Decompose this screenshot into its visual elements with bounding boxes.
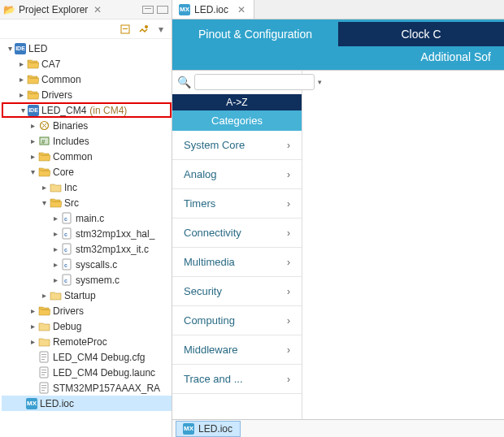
chevron-right-icon: › [287, 227, 290, 239]
tree-node-binaries[interactable]: ▸Binaries [2, 118, 172, 133]
folder-icon [37, 320, 50, 333]
folder-icon [37, 150, 50, 163]
twistie-icon[interactable]: ▾ [18, 106, 28, 115]
tree-root-led[interactable]: ▾IDELED [2, 41, 172, 56]
tree-node-common[interactable]: ▸Common [2, 71, 172, 87]
tree-node-inc[interactable]: ▸Inc [2, 180, 172, 195]
cat-item-connectivity[interactable]: Connectivity› [172, 218, 302, 248]
additional-software-link[interactable]: Additional Sof [421, 50, 504, 68]
tree-node-led-cm4[interactable]: ▾IDELED_CM4(in CM4) [2, 102, 172, 118]
twistie-icon[interactable]: ▸ [16, 75, 26, 84]
cat-item-multimedia[interactable]: Multimedia› [172, 248, 302, 277]
twistie-icon[interactable]: ▸ [50, 214, 60, 223]
project-tree[interactable]: ▾IDELED ▸CA7 ▸Common ▸Drivers ▾IDELED_CM… [0, 39, 172, 437]
tree-node-drivers2[interactable]: ▸Drivers [2, 303, 172, 318]
search-icon[interactable]: 🔍 [177, 76, 191, 89]
tree-node-debug-launch[interactable]: LED_CM4 Debug.launc [2, 365, 172, 380]
cat-item-analog[interactable]: Analog› [172, 160, 302, 189]
tree-node-syscalls-c[interactable]: ▸syscalls.c [2, 257, 172, 272]
c-file-icon [60, 258, 73, 271]
project-context-suffix: (in CM4) [89, 105, 127, 116]
tree-node-src[interactable]: ▾Src [2, 195, 172, 210]
config-body: 🔍 ▾ A->Z Categories System Core› Analog›… [172, 70, 504, 419]
tree-node-debug[interactable]: ▸Debug [2, 318, 172, 334]
chevron-right-icon: › [287, 140, 290, 151]
editor-tab-led-ioc[interactable]: MX LED.ioc ✕ [172, 0, 254, 19]
ide-project-icon: IDE [15, 43, 26, 54]
tree-node-debug-cfg[interactable]: LED_CM4 Debug.cfg [2, 349, 172, 365]
link-editor-icon[interactable] [137, 24, 149, 35]
chevron-right-icon: › [287, 169, 290, 180]
categories-tab[interactable]: Categories [172, 110, 302, 131]
editor-bottom-tabbar: MX LED.ioc [172, 419, 504, 437]
tree-node-core[interactable]: ▾Core [2, 164, 172, 180]
file-icon [37, 382, 50, 395]
chevron-right-icon: › [287, 374, 290, 385]
search-input[interactable] [194, 74, 315, 90]
chevron-right-icon: › [287, 286, 290, 297]
twistie-icon[interactable]: ▸ [28, 306, 37, 315]
c-file-icon [60, 212, 73, 225]
twistie-icon[interactable]: ▸ [39, 291, 49, 300]
twistie-icon[interactable]: ▸ [50, 275, 60, 284]
cat-item-security[interactable]: Security› [172, 277, 302, 306]
pane-title: Project Explorer [18, 4, 89, 15]
folder-icon [26, 73, 39, 86]
cat-item-middleware[interactable]: Middleware› [172, 335, 302, 365]
chevron-right-icon: › [287, 198, 290, 210]
project-explorer-pane: 📂 Project Explorer ✕ ▾ ▾IDELED ▸CA7 ▸Com… [0, 0, 172, 437]
folder-icon [49, 181, 62, 194]
twistie-icon[interactable]: ▸ [50, 260, 60, 269]
sort-az-tab[interactable]: A->Z [172, 94, 302, 110]
tree-node-includes[interactable]: ▸Includes [2, 133, 172, 149]
twistie-icon[interactable]: ▸ [16, 90, 26, 99]
bottom-tab-led-ioc[interactable]: MX LED.ioc [176, 421, 241, 437]
tab-pinout-config[interactable]: Pinout & Configuration [172, 22, 338, 46]
tree-node-common2[interactable]: ▸Common [2, 149, 172, 164]
twistie-icon[interactable]: ▸ [39, 183, 49, 192]
cat-item-timers[interactable]: Timers› [172, 189, 302, 218]
chevron-right-icon: › [287, 344, 290, 356]
view-menu-icon[interactable]: ▾ [155, 24, 167, 35]
twistie-icon[interactable]: ▸ [50, 244, 60, 253]
search-row: 🔍 ▾ [172, 71, 302, 94]
tree-node-sysmem-c[interactable]: ▸sysmem.c [2, 272, 172, 288]
close-view-icon[interactable]: ✕ [92, 4, 103, 15]
close-tab-icon[interactable]: ✕ [236, 4, 247, 15]
tab-clock-config[interactable]: Clock C [338, 22, 504, 46]
category-list: System Core› Analog› Timers› Connectivit… [172, 131, 302, 419]
collapse-all-icon[interactable] [119, 24, 131, 35]
tree-node-led-ioc[interactable]: MXLED.ioc [2, 396, 172, 411]
twistie-icon[interactable]: ▾ [5, 44, 15, 53]
twistie-icon[interactable]: ▸ [28, 322, 37, 331]
tree-node-hal-c[interactable]: ▸stm32mp1xx_hal_ [2, 226, 172, 241]
maximize-icon[interactable] [157, 6, 168, 14]
cat-item-computing[interactable]: Computing› [172, 306, 302, 335]
twistie-icon[interactable]: ▸ [16, 59, 26, 68]
chevron-right-icon: › [287, 257, 290, 268]
c-file-icon [60, 274, 73, 287]
tree-node-rawbin[interactable]: STM32MP157AAAX_RA [2, 380, 172, 396]
folder-icon [26, 89, 39, 102]
twistie-icon[interactable]: ▾ [28, 167, 37, 176]
config-canvas[interactable] [302, 71, 504, 419]
tree-node-startup[interactable]: ▸Startup [2, 288, 172, 303]
editor-area: MX LED.ioc ✕ Pinout & Configuration Cloc… [172, 0, 504, 437]
twistie-icon[interactable]: ▸ [28, 136, 37, 145]
cat-item-system-core[interactable]: System Core› [172, 131, 302, 160]
tree-node-drivers[interactable]: ▸Drivers [2, 87, 172, 102]
tree-node-remoteproc[interactable]: ▸RemoteProc [2, 334, 172, 349]
tree-node-it-c[interactable]: ▸stm32mp1xx_it.c [2, 241, 172, 257]
mx-file-icon: MX [183, 423, 194, 435]
twistie-icon[interactable]: ▸ [50, 229, 60, 238]
cat-item-trace[interactable]: Trace and ...› [172, 365, 302, 394]
twistie-icon[interactable]: ▸ [28, 152, 37, 161]
tree-node-main-c[interactable]: ▸main.c [2, 210, 172, 226]
minimize-icon[interactable] [142, 6, 154, 14]
mx-file-icon: MX [26, 398, 37, 409]
category-panel: 🔍 ▾ A->Z Categories System Core› Analog›… [172, 71, 302, 419]
tree-node-ca7[interactable]: ▸CA7 [2, 56, 172, 71]
twistie-icon[interactable]: ▾ [39, 198, 49, 207]
twistie-icon[interactable]: ▸ [28, 337, 37, 346]
twistie-icon[interactable]: ▸ [28, 121, 37, 130]
